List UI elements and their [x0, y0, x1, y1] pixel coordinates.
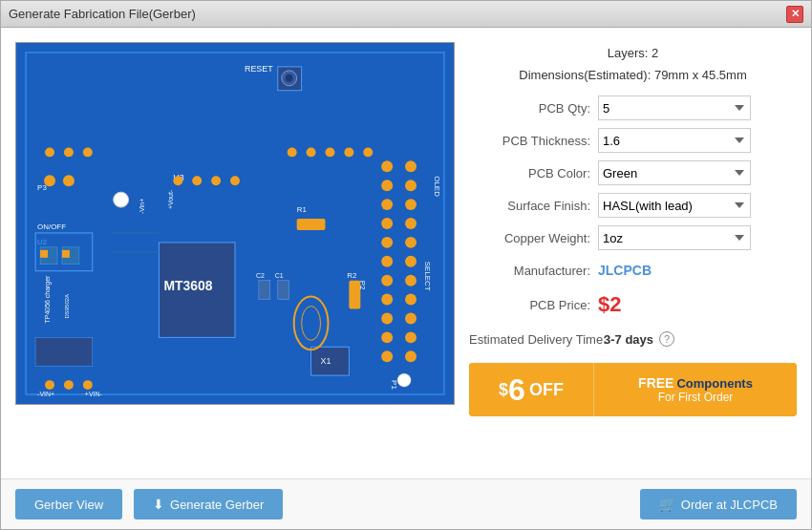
svg-point-43 [405, 350, 417, 362]
svg-text:ON/OFF: ON/OFF [37, 223, 66, 231]
svg-rect-59 [259, 281, 270, 300]
svg-rect-23 [35, 337, 93, 366]
surface-finish-label: Surface Finish: [469, 199, 598, 213]
svg-point-35 [405, 199, 417, 210]
download-icon: ⬇ [153, 497, 164, 512]
title-bar: Generate Fabrication File(Gerber) ✕ [1, 1, 811, 28]
svg-text:-Vin+: -Vin+ [139, 199, 146, 214]
svg-text:OLED: OLED [433, 176, 441, 197]
svg-point-42 [405, 331, 417, 343]
bottom-left-buttons: Gerber View ⬇ Generate Gerber [15, 489, 283, 519]
svg-text:DS9502A: DS9502A [64, 294, 70, 319]
promo-free-label: FREE [638, 375, 673, 391]
svg-point-39 [405, 275, 417, 286]
svg-point-75 [344, 147, 353, 157]
svg-text:C1: C1 [275, 272, 284, 279]
svg-text:X1: X1 [321, 356, 331, 366]
promo-dollar: $ [499, 381, 508, 398]
pcb-thickness-select[interactable]: 1.6 0.8 1.0 1.2 2.0 [598, 128, 751, 153]
promo-right: FREE Components For First Order [593, 363, 797, 416]
layers-info: Layers: 2 [469, 42, 797, 64]
svg-text:MT3608: MT3608 [163, 278, 212, 293]
svg-text:U2: U2 [37, 238, 48, 246]
svg-point-36 [405, 218, 417, 229]
pcb-color-select[interactable]: Green Red Blue Yellow Black White [598, 160, 751, 185]
svg-text:-VIN+: -VIN+ [37, 391, 54, 397]
jlcpcb-link[interactable]: JLCPCB [598, 263, 652, 278]
pcb-qty-label: PCB Qty: [469, 101, 598, 116]
layers-label: Layers: [608, 46, 649, 60]
svg-text:R1: R1 [297, 205, 308, 214]
delivery-value: 3-7 days [604, 332, 653, 347]
pcb-thickness-label: PCB Thickness: [469, 134, 598, 148]
svg-point-37 [405, 237, 417, 248]
price-label: PCB Price: [469, 298, 598, 312]
svg-rect-61 [278, 281, 289, 300]
svg-rect-6 [40, 250, 48, 258]
svg-point-13 [64, 147, 74, 157]
manufacturer-label: Manufacturer: [469, 264, 598, 278]
svg-point-71 [397, 373, 411, 387]
svg-point-53 [381, 331, 393, 343]
main-content: U2 ON/OFF P3 [1, 28, 811, 478]
svg-point-81 [211, 176, 221, 185]
svg-point-54 [381, 350, 393, 362]
pcb-thickness-row: PCB Thickness: 1.6 0.8 1.0 1.2 2.0 [469, 124, 797, 157]
copper-weight-row: Copper Weight: 1oz 2oz [469, 222, 797, 254]
promo-banner[interactable]: $ 6 OFF FREE Components For First Order [469, 363, 797, 416]
svg-point-48 [381, 237, 393, 248]
delivery-label: Estimated Delivery Time: [469, 332, 598, 347]
price-value: $2 [598, 292, 621, 317]
close-button[interactable]: ✕ [786, 6, 803, 23]
dimensions-label: Dimensions(Estimated): [519, 68, 651, 82]
surface-finish-select[interactable]: HASL(with lead) HASL(lead free) ENIG OSP [598, 193, 751, 218]
svg-text:C2: C2 [256, 272, 265, 279]
svg-point-44 [381, 160, 393, 172]
generate-gerber-button[interactable]: ⬇ Generate Gerber [134, 489, 283, 519]
pcb-color-label: PCB Color: [469, 166, 598, 180]
pcb-qty-row: PCB Qty: 5 10 25 50 100 [469, 92, 797, 124]
svg-point-32 [286, 74, 293, 82]
svg-point-79 [173, 176, 182, 185]
delivery-row: Estimated Delivery Time: 3-7 days ? [469, 323, 797, 355]
svg-point-52 [381, 313, 393, 325]
svg-point-72 [288, 147, 297, 157]
bottom-bar: Gerber View ⬇ Generate Gerber 🛒 Order at… [1, 478, 811, 529]
dimensions-value: 79mm x 45.5mm [654, 68, 747, 82]
copper-weight-select[interactable]: 1oz 2oz [598, 225, 751, 250]
svg-point-24 [45, 380, 54, 390]
gerber-view-button[interactable]: Gerber View [15, 489, 122, 519]
svg-point-15 [114, 192, 129, 207]
svg-point-41 [405, 313, 417, 325]
pcb-qty-select[interactable]: 5 10 25 50 100 [598, 95, 751, 120]
svg-text:P1: P1 [390, 380, 398, 390]
svg-point-47 [381, 218, 393, 229]
manufacturer-row: Manufacturer: JLCPCB [469, 254, 797, 286]
svg-point-74 [326, 147, 335, 157]
svg-text:RESET: RESET [245, 64, 273, 74]
svg-point-12 [45, 147, 54, 157]
svg-text:P3: P3 [37, 183, 47, 192]
copper-weight-label: Copper Weight: [469, 231, 598, 245]
svg-point-45 [381, 180, 393, 191]
order-button[interactable]: 🛒 Order at JLCPCB [640, 489, 797, 519]
svg-point-50 [381, 275, 393, 286]
svg-point-10 [44, 175, 55, 186]
surface-finish-row: Surface Finish: HASL(with lead) HASL(lea… [469, 189, 797, 222]
promo-subtitle: For First Order [658, 391, 734, 404]
svg-point-73 [307, 147, 316, 157]
layers-value: 2 [652, 46, 658, 60]
svg-point-40 [405, 294, 417, 306]
svg-point-11 [63, 175, 75, 186]
window-title: Generate Fabrication File(Gerber) [9, 7, 196, 21]
svg-point-25 [64, 380, 74, 390]
svg-text:TP4056 charger: TP4056 charger [44, 275, 52, 324]
pcb-preview: U2 ON/OFF P3 [15, 42, 455, 405]
svg-point-49 [381, 256, 393, 267]
help-icon[interactable]: ? [659, 331, 674, 347]
svg-point-14 [83, 147, 93, 157]
promo-amount: 6 [508, 374, 525, 405]
svg-point-76 [363, 147, 373, 157]
svg-text:+VIN-: +VIN- [85, 391, 102, 397]
promo-components-label: Components [676, 376, 752, 391]
